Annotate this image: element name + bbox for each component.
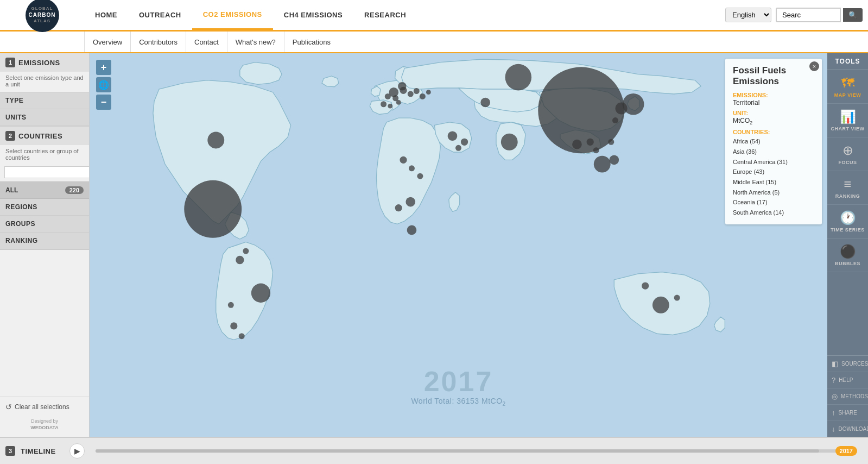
- section1-desc: Select one emission type and a unit: [0, 72, 89, 92]
- sub-nav-publications[interactable]: Publications: [284, 32, 339, 52]
- timeline-label: TIMELINE: [21, 447, 64, 455]
- sub-nav-contact[interactable]: Contact: [186, 32, 227, 52]
- svg-point-5: [230, 322, 237, 329]
- nav-right: EnglishFrenchSpanish 🔍: [720, 0, 868, 30]
- all-button[interactable]: ALL 220: [0, 181, 89, 199]
- svg-point-1: [184, 180, 242, 238]
- nav-co2[interactable]: CO2 EMISSIONS: [192, 0, 273, 30]
- svg-point-7: [228, 302, 234, 308]
- svg-point-30: [593, 147, 599, 153]
- sub-nav-overview[interactable]: Overview: [84, 32, 131, 52]
- sub-nav: Overview Contributors Contact What's new…: [0, 32, 868, 53]
- svg-point-27: [616, 102, 628, 114]
- logo-area: GLOBAL CARBON ATLAS: [0, 0, 84, 30]
- svg-point-29: [587, 139, 594, 146]
- svg-point-40: [652, 297, 669, 313]
- svg-point-37: [395, 204, 402, 211]
- share-label: SHARE: [839, 410, 857, 416]
- methods-icon: ◎: [832, 392, 838, 400]
- map-controls: + 🌐 −: [96, 60, 111, 110]
- tool-ranking[interactable]: ≡ RANKING: [827, 171, 868, 205]
- left-sidebar: 1 EMISSIONS Select one emission type and…: [0, 53, 90, 437]
- emissions-label: EMISSIONS:: [733, 92, 814, 98]
- world-map[interactable]: [90, 53, 827, 437]
- map-view-label: MAP VIEW: [834, 92, 861, 98]
- info-panel-title: Fossil Fuels Emissions: [733, 65, 814, 87]
- svg-point-32: [609, 155, 619, 165]
- svg-point-6: [239, 333, 245, 339]
- svg-point-13: [426, 90, 431, 95]
- sources-icon: ◧: [832, 360, 838, 368]
- all-label: ALL: [5, 186, 18, 194]
- svg-point-43: [608, 139, 614, 145]
- svg-point-2: [207, 132, 224, 149]
- focus-icon: ⊕: [842, 143, 853, 158]
- regions-button[interactable]: REGIONS: [0, 199, 89, 216]
- tool-chart-view[interactable]: 📊 CHART VIEW: [827, 104, 868, 137]
- time-series-label: TIME SERIES: [831, 227, 865, 233]
- countries-label: COUNTRIES:: [733, 129, 814, 135]
- tool-map-view[interactable]: 🗺 MAP VIEW: [827, 70, 868, 104]
- countries-section: 2 COUNTRIES Select countries or group of…: [0, 127, 89, 250]
- section1-title: EMISSIONS: [18, 59, 60, 67]
- map-view-icon: 🗺: [841, 76, 854, 91]
- svg-point-41: [642, 282, 649, 289]
- country-search-input[interactable]: [4, 166, 90, 178]
- nav-outreach[interactable]: OUTREACH: [128, 0, 192, 30]
- svg-point-10: [408, 91, 414, 97]
- globe-view-button[interactable]: 🌐: [96, 77, 111, 92]
- logo[interactable]: GLOBAL CARBON ATLAS: [26, 0, 59, 32]
- sidebar-footer: ↺ Clear all selections Designed byWEDODA…: [0, 397, 89, 437]
- tools-bottom: ◧ SOURCES ? HELP ◎ METHODS ↑ SHARE ↓ DOW…: [827, 355, 868, 437]
- tool-sources[interactable]: ◧ SOURCES: [827, 356, 868, 372]
- groups-button[interactable]: GROUPS: [0, 216, 89, 233]
- tool-methods[interactable]: ◎ METHODS: [827, 388, 868, 405]
- tool-bubbles[interactable]: ⚫ BUBBLES: [827, 239, 868, 272]
- ranking-button[interactable]: RANKING: [0, 233, 89, 249]
- timeline-track[interactable]: 2017: [96, 449, 857, 453]
- tool-download[interactable]: ↓ DOWNLOAD: [827, 421, 868, 437]
- clear-all-button[interactable]: ↺ Clear all selections: [5, 403, 84, 411]
- info-panel-close[interactable]: ×: [809, 61, 819, 71]
- search-button[interactable]: 🔍: [843, 8, 863, 22]
- tool-time-series[interactable]: 🕐 TIME SERIES: [827, 205, 868, 239]
- svg-point-24: [501, 134, 518, 151]
- svg-point-42: [674, 295, 680, 301]
- ranking-label: RANKING: [835, 193, 860, 199]
- countries-list: Africa (54)Asia (36)Central America (31)…: [733, 136, 814, 218]
- unit-label: UNIT:: [733, 110, 814, 116]
- svg-point-4: [236, 256, 244, 264]
- svg-point-18: [396, 100, 401, 105]
- search-input[interactable]: [776, 8, 841, 22]
- nav-research[interactable]: RESEARCH: [353, 0, 417, 30]
- timeline-year-marker[interactable]: 2017: [835, 446, 857, 456]
- section2-number: 2: [5, 131, 15, 141]
- right-tools-panel: TOOLS 🗺 MAP VIEW 📊 CHART VIEW ⊕ FOCUS ≡ …: [827, 53, 868, 437]
- emissions-value: Territorial: [733, 99, 814, 106]
- type-button[interactable]: TYPE: [0, 92, 89, 109]
- svg-point-21: [448, 131, 458, 141]
- timeline-play-button[interactable]: ▶: [69, 443, 85, 459]
- tool-share[interactable]: ↑ SHARE: [827, 405, 868, 421]
- svg-point-20: [505, 64, 532, 91]
- zoom-out-button[interactable]: −: [96, 95, 111, 110]
- tool-focus[interactable]: ⊕ FOCUS: [827, 137, 868, 171]
- time-series-icon: 🕐: [840, 210, 856, 225]
- main-layout: 1 EMISSIONS Select one emission type and…: [0, 53, 868, 437]
- svg-point-22: [461, 139, 468, 146]
- timeline-fill: [96, 449, 819, 453]
- nav-home[interactable]: HOME: [84, 0, 128, 30]
- sub-nav-whats-new[interactable]: What's new?: [227, 32, 284, 52]
- sub-nav-contributors[interactable]: Contributors: [131, 32, 186, 52]
- bubbles-label: BUBBLES: [835, 261, 860, 266]
- language-select[interactable]: EnglishFrenchSpanish: [725, 8, 771, 22]
- nav-ch4[interactable]: CH4 EMISSIONS: [273, 0, 353, 30]
- svg-point-45: [243, 248, 249, 254]
- country-search-row: 🔍: [0, 164, 89, 181]
- svg-point-35: [417, 173, 423, 179]
- svg-point-39: [480, 98, 490, 108]
- units-button[interactable]: UNITS: [0, 109, 89, 126]
- tool-help[interactable]: ? HELP: [827, 372, 868, 388]
- methods-label: METHODS: [841, 393, 868, 399]
- zoom-in-button[interactable]: +: [96, 60, 111, 75]
